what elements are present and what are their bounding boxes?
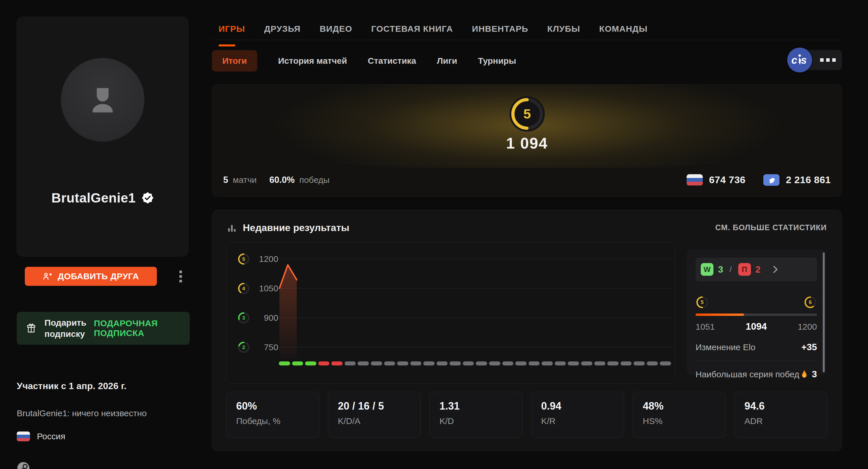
svg-text:2: 2 <box>242 345 245 350</box>
win-loss-summary[interactable]: W 3 / П 2 <box>695 257 817 281</box>
form-dot-empty <box>423 362 435 366</box>
form-dot-empty <box>345 362 356 366</box>
sub-tab-1[interactable]: История матчей <box>278 56 347 66</box>
elo-range-start: 1051 <box>695 322 746 332</box>
player-name-row: BrutalGenie1 <box>17 190 188 206</box>
profile-card: BrutalGenie1 <box>17 17 188 256</box>
form-dot-empty <box>594 362 606 366</box>
stat-label: K/D <box>439 416 513 426</box>
stat-card-2: 1.31K/D <box>429 392 523 438</box>
win-streak-row: Наибольшая серия побед 3 <box>695 369 817 380</box>
sub-tab-3[interactable]: Лиги <box>437 56 457 66</box>
gift-icon <box>25 320 37 336</box>
level-4-icon: 4 <box>237 282 250 295</box>
member-since: Участник с 1 апр. 2026 г. <box>17 381 127 392</box>
matches-count: 5 <box>223 175 228 185</box>
results-header: Недавние результаты СМ. БОЛЬШЕ СТАТИСТИК… <box>227 222 827 233</box>
win-loss-separator: / <box>730 265 732 274</box>
country-rank-icon <box>687 174 703 186</box>
elo-hero-card: 5 1 094 5 матчи 60.0% победы 674 736 <box>212 84 842 197</box>
chevron-right-icon <box>773 265 778 273</box>
kebab-icon <box>179 271 182 282</box>
panel-scrollbar-thumb[interactable] <box>823 252 825 372</box>
cs2-game-icon[interactable]: c s <box>787 48 812 72</box>
profile-tab-6[interactable]: КОМАНДЫ <box>599 22 648 40</box>
gift-subscription-link[interactable]: ПОДАРОЧНАЯ ПОДПИСКА <box>94 318 181 338</box>
form-dot-empty <box>463 362 474 366</box>
losses-count: 2 <box>755 264 761 275</box>
game-switch: c s <box>791 49 842 71</box>
form-dot-empty <box>450 362 461 366</box>
stat-label: K/D/A <box>338 416 411 426</box>
tabs-divider <box>212 40 842 40</box>
form-dot-empty <box>371 362 382 366</box>
gift-subscription-banner[interactable]: Подарить подписку ПОДАРОЧНАЯ ПОДПИСКА <box>17 312 190 345</box>
winrate-stat: 60.0% победы <box>269 175 330 185</box>
chart-y-axis: 512004105039002750 <box>237 253 278 358</box>
profile-tab-4[interactable]: ИНВЕНТАРЬ <box>472 22 528 40</box>
add-friend-label: ДОБАВИТЬ ДРУГА <box>58 272 139 281</box>
axis-tick-750: 2750 <box>237 341 278 354</box>
elo-change-label: Изменение Elo <box>695 342 755 352</box>
matches-stat: 5 матчи <box>223 175 257 185</box>
region-rank-icon <box>763 174 779 186</box>
flag-russia-icon <box>17 432 30 441</box>
elo-change-value: +35 <box>801 342 817 352</box>
stat-value: 0.94 <box>541 400 614 412</box>
stat-value: 1.31 <box>439 400 513 412</box>
region-rank-value: 2 216 861 <box>786 174 831 185</box>
level-5-icon: 5 <box>237 253 250 265</box>
form-dot-empty <box>660 362 671 366</box>
profile-tab-5[interactable]: КЛУБЫ <box>547 22 580 40</box>
see-more-stats-link[interactable]: СМ. БОЛЬШЕ СТАТИСТИКИ <box>715 223 827 232</box>
add-friend-button[interactable]: ДОБАВИТЬ ДРУГА <box>25 267 157 286</box>
elo-range-end: 1200 <box>767 322 817 332</box>
stat-value: 94.6 <box>745 400 817 412</box>
profile-tab-1[interactable]: ДРУЗЬЯ <box>264 22 301 40</box>
bar-chart-icon <box>227 223 237 232</box>
profile-tab-3[interactable]: ГОСТЕВАЯ КНИГА <box>371 22 453 40</box>
elo-range-row: 1051 1094 1200 <box>695 321 817 332</box>
winrate-label: победы <box>299 175 330 185</box>
axis-tick-label: 1050 <box>259 284 278 293</box>
stat-value: 48% <box>643 400 716 412</box>
form-dot-win <box>279 362 290 366</box>
wins-badge-icon: W <box>701 263 713 276</box>
gift-line1: Подарить <box>44 317 86 328</box>
next-level-badge: 6 <box>804 295 817 310</box>
axis-tick-1200: 51200 <box>237 253 278 265</box>
about-line: BrutalGenie1: ничего неизвестно <box>17 408 147 418</box>
winrate-value: 60.0% <box>269 175 295 185</box>
sub-tab-4[interactable]: Турниры <box>478 56 516 66</box>
panel-divider <box>695 361 817 361</box>
form-dot-empty <box>502 362 514 366</box>
stat-value: 20 / 16 / 5 <box>338 400 411 412</box>
profile-tab-0[interactable]: ИГРЫ <box>219 22 245 40</box>
level-2-icon: 2 <box>237 341 250 354</box>
form-dot-empty <box>621 362 632 366</box>
level-3-icon: 3 <box>237 312 250 324</box>
summary-stat-cards: 60%Победы, %20 / 16 / 5K/D/A1.31K/D0.94K… <box>226 392 827 438</box>
sub-tab-0[interactable]: Итоги <box>212 50 257 71</box>
country-rank-value: 674 736 <box>709 174 745 185</box>
svg-text:s: s <box>801 54 807 66</box>
more-actions-button[interactable] <box>173 267 189 286</box>
faceit-profile-page: BrutalGenie1 ДОБАВИТЬ ДРУГА <box>0 0 868 469</box>
svg-text:4: 4 <box>242 286 245 291</box>
form-dot-win <box>305 362 316 366</box>
skill-level-badge: 5 <box>509 95 546 132</box>
cs2-logo-icon: c s <box>787 48 812 72</box>
stat-label: HS% <box>643 416 716 426</box>
wins-count: 3 <box>718 264 723 275</box>
stat-label: K/R <box>541 416 614 426</box>
level-6-icon: 6 <box>804 295 817 309</box>
stat-card-4: 48%HS% <box>633 392 726 438</box>
svg-text:c: c <box>791 54 797 66</box>
profile-tab-2[interactable]: ВИДЕО <box>319 22 352 40</box>
svg-text:5: 5 <box>701 300 704 305</box>
rankings: 674 736 2 216 861 <box>687 174 831 186</box>
sub-tab-2[interactable]: Статистика <box>368 56 416 66</box>
form-dot-empty <box>515 362 527 366</box>
steam-icon[interactable] <box>17 462 30 469</box>
axis-tick-label: 1200 <box>259 254 278 264</box>
